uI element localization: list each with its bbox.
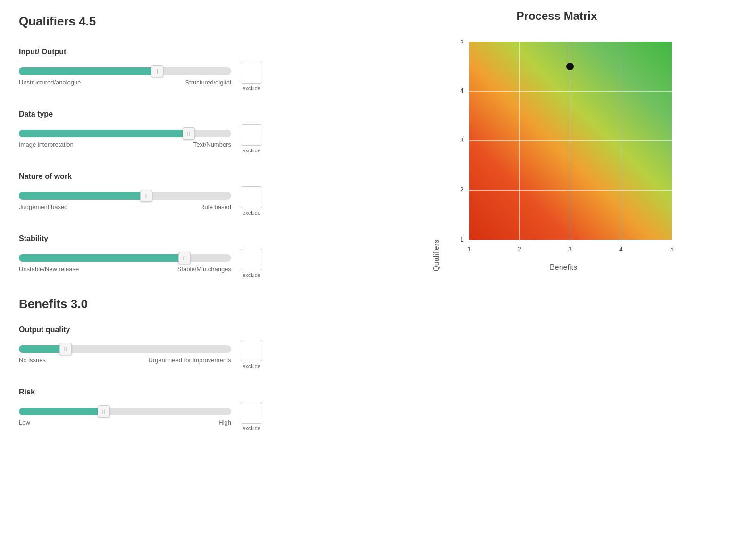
- y-axis-label: Qualifiers: [432, 240, 441, 272]
- slider-track-input-output[interactable]: [19, 67, 231, 75]
- slider-wrapper-stability[interactable]: Unstable/New releaseStable/Min.changes: [19, 254, 231, 273]
- slider-fill-stability: [19, 254, 185, 262]
- slider-fill-input-output: [19, 67, 157, 75]
- slider-track-nature-of-work[interactable]: [19, 192, 231, 200]
- exclude-label-input-output: exclude: [243, 85, 260, 91]
- slider-track-risk[interactable]: [19, 408, 231, 415]
- slider-container-output-quality: No issuesUrgent need for improvementsexc…: [19, 340, 340, 369]
- slider-right-label-data-type: Text/Numbers: [193, 141, 231, 148]
- left-panel: Qualifiers 4.5 Input/ OutputUnstructured…: [0, 0, 359, 560]
- qualifiers-sliders: Input/ OutputUnstructured/analogueStruct…: [19, 48, 340, 278]
- slider-wrapper-risk[interactable]: LowHigh: [19, 408, 231, 426]
- svg-text:3: 3: [568, 245, 572, 253]
- matrix-dot: [566, 63, 574, 70]
- exclude-btn-stability[interactable]: [241, 249, 262, 270]
- svg-text:4: 4: [460, 87, 464, 94]
- slider-fill-output-quality: [19, 345, 66, 353]
- slider-track-data-type[interactable]: [19, 130, 231, 137]
- slider-label-nature-of-work: Nature of work: [19, 172, 340, 181]
- exclude-btn-risk[interactable]: [241, 402, 262, 424]
- right-panel: Process Matrix Qualifiers: [359, 0, 755, 560]
- benefits-title: Benefits 3.0: [19, 297, 340, 311]
- exclude-label-risk: exclude: [243, 426, 260, 431]
- slider-thumb-nature-of-work[interactable]: [140, 190, 152, 202]
- slider-right-label-nature-of-work: Rule based: [200, 203, 231, 210]
- slider-label-input-output: Input/ Output: [19, 48, 340, 56]
- svg-text:5: 5: [460, 37, 464, 45]
- benefits-section: Benefits 3.0 Output qualityNo issuesUrge…: [19, 297, 340, 431]
- svg-text:2: 2: [460, 186, 464, 193]
- matrix-chart: 1 2 3 4 5 1 2 3 4 5: [445, 32, 681, 259]
- slider-row-output-quality: Output qualityNo issuesUrgent need for i…: [19, 326, 340, 369]
- slider-left-label-output-quality: No issues: [19, 357, 46, 364]
- benefits-sliders: Output qualityNo issuesUrgent need for i…: [19, 326, 340, 431]
- slider-label-data-type: Data type: [19, 110, 340, 118]
- svg-text:2: 2: [518, 245, 521, 253]
- slider-row-stability: StabilityUnstable/New releaseStable/Min.…: [19, 234, 340, 278]
- matrix-svg: 1 2 3 4 5 1 2 3 4 5: [445, 32, 681, 259]
- slider-right-label-risk: High: [218, 419, 231, 426]
- matrix-inner: 1 2 3 4 5 1 2 3 4 5 Benefits: [445, 32, 681, 272]
- exclude-btn-output-quality[interactable]: [241, 340, 262, 361]
- exclude-btn-data-type[interactable]: [241, 124, 262, 146]
- exclude-label-nature-of-work: exclude: [243, 210, 260, 216]
- slider-thumb-stability[interactable]: [178, 252, 191, 264]
- slider-left-label-nature-of-work: Judgement based: [19, 203, 67, 210]
- exclude-btn-input-output[interactable]: [241, 62, 262, 84]
- slider-right-label-input-output: Structured/digital: [185, 79, 231, 86]
- exclude-label-data-type: exclude: [243, 148, 260, 153]
- slider-row-input-output: Input/ OutputUnstructured/analogueStruct…: [19, 48, 340, 91]
- slider-container-stability: Unstable/New releaseStable/Min.changesex…: [19, 249, 340, 278]
- slider-fill-data-type: [19, 130, 189, 137]
- qualifiers-title: Qualifiers 4.5: [19, 14, 340, 29]
- svg-text:5: 5: [670, 245, 674, 253]
- slider-row-data-type: Data typeImage interpretationText/Number…: [19, 110, 340, 153]
- slider-thumb-output-quality[interactable]: [59, 343, 72, 355]
- matrix-container: Qualifiers: [432, 32, 681, 272]
- qualifiers-section: Qualifiers 4.5: [19, 14, 340, 29]
- slider-container-data-type: Image interpretationText/Numbersexclude: [19, 124, 340, 153]
- exclude-label-stability: exclude: [243, 272, 260, 278]
- exclude-btn-nature-of-work[interactable]: [241, 186, 262, 208]
- slider-thumb-risk[interactable]: [98, 405, 110, 418]
- slider-fill-risk: [19, 408, 104, 415]
- slider-left-label-stability: Unstable/New release: [19, 266, 79, 273]
- slider-container-risk: LowHighexclude: [19, 402, 340, 431]
- slider-row-nature-of-work: Nature of workJudgement basedRule basede…: [19, 172, 340, 216]
- matrix-title: Process Matrix: [517, 9, 597, 23]
- slider-container-input-output: Unstructured/analogueStructured/digitale…: [19, 62, 340, 91]
- slider-fill-nature-of-work: [19, 192, 146, 200]
- svg-text:3: 3: [460, 136, 464, 144]
- svg-text:4: 4: [619, 245, 623, 253]
- slider-right-label-output-quality: Urgent need for improvements: [148, 357, 231, 364]
- slider-label-stability: Stability: [19, 234, 340, 243]
- slider-track-stability[interactable]: [19, 254, 231, 262]
- slider-container-nature-of-work: Judgement basedRule basedexclude: [19, 186, 340, 216]
- slider-left-label-input-output: Unstructured/analogue: [19, 79, 81, 86]
- svg-text:1: 1: [467, 245, 471, 253]
- slider-row-risk: RiskLowHighexclude: [19, 388, 340, 431]
- svg-text:1: 1: [460, 235, 464, 243]
- slider-wrapper-input-output[interactable]: Unstructured/analogueStructured/digital: [19, 67, 231, 86]
- slider-left-label-risk: Low: [19, 419, 30, 426]
- slider-label-risk: Risk: [19, 388, 340, 396]
- slider-wrapper-nature-of-work[interactable]: Judgement basedRule based: [19, 192, 231, 210]
- slider-right-label-stability: Stable/Min.changes: [177, 266, 231, 273]
- slider-track-output-quality[interactable]: [19, 345, 231, 353]
- slider-left-label-data-type: Image interpretation: [19, 141, 74, 148]
- slider-label-output-quality: Output quality: [19, 326, 340, 334]
- x-axis-label: Benefits: [550, 263, 577, 272]
- slider-wrapper-data-type[interactable]: Image interpretationText/Numbers: [19, 130, 231, 148]
- slider-thumb-data-type[interactable]: [183, 127, 195, 140]
- slider-wrapper-output-quality[interactable]: No issuesUrgent need for improvements: [19, 345, 231, 364]
- slider-thumb-input-output[interactable]: [151, 65, 163, 77]
- exclude-label-output-quality: exclude: [243, 363, 260, 369]
